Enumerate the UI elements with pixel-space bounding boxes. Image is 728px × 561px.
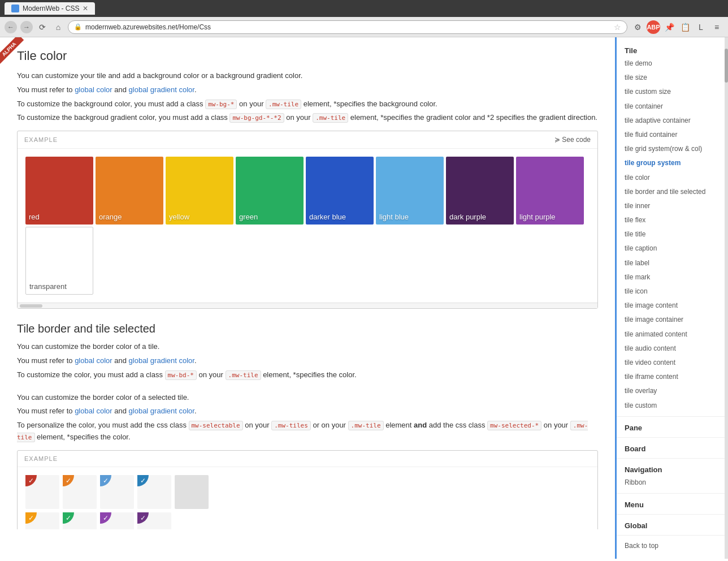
sidebar-scrollbar[interactable] [725, 37, 728, 559]
sidebar-section-board: Board [617, 441, 728, 455]
sidebar-item-tile-overlay[interactable]: tile overlay [617, 384, 728, 398]
sidebar-item-tile-demo[interactable]: tile demo [617, 57, 728, 71]
sidebar-item-tile-image-container[interactable]: tile image container [617, 313, 728, 327]
url-input[interactable] [85, 23, 610, 31]
sidebar-item-tile-color[interactable]: tile color [617, 171, 728, 185]
sidebar-item-tile-adaptive[interactable]: tile adaptive container [617, 114, 728, 128]
global-gradient-link-2[interactable]: global gradient color [129, 356, 194, 365]
sidebar-item-tile-caption[interactable]: tile caption [617, 241, 728, 256]
sidebar-item-tile-audio[interactable]: tile audio content [617, 342, 728, 356]
small-tile-gray [175, 475, 209, 509]
code-mw-tile-1: .mw-tile [266, 100, 301, 109]
browser-frame: ModernWeb - CSS ✕ ← → ⟳ ⌂ 🔒 ☆ ⚙ ABP 📌 📋 … [0, 0, 728, 561]
description-2: You must refer to global color and globa… [17, 84, 598, 96]
sidebar-item-tile-flex[interactable]: tile flex [617, 213, 728, 227]
example-content-2: ✓ ✓ ✓ ✓ [18, 467, 597, 529]
code-mw-tile-4: .mw-tile [348, 421, 384, 430]
sidebar-item-tile-mark[interactable]: tile mark [617, 270, 728, 284]
sidebar-item-tile-icon[interactable]: tile icon [617, 284, 728, 299]
sidebar-item-tile-video[interactable]: tile video content [617, 356, 728, 370]
selected-tiles-row1: ✓ ✓ ✓ ✓ [25, 475, 590, 509]
small-tile-yellow-selected: ✓ [25, 512, 59, 529]
browser-titlebar: ModernWeb - CSS ✕ [0, 0, 728, 17]
sidebar-scrollbar-thumb [725, 49, 728, 83]
code-mw-bd: mw-bd-* [165, 370, 197, 380]
sidebar-item-tile-size[interactable]: tile size [617, 71, 728, 85]
example-box-2: EXAMPLE ✓ ✓ [17, 450, 598, 529]
sidebar-section-pane: Pane [617, 420, 728, 434]
pin-button[interactable]: 📌 [662, 20, 676, 34]
section2-desc6: To personalize the color, you must add t… [17, 420, 598, 443]
code-mw-tile-3: .mw-tile [226, 370, 261, 380]
sidebar-item-tile-animated[interactable]: tile animated content [617, 327, 728, 342]
scrollbar-1[interactable] [18, 303, 597, 308]
sidebar-item-tile-iframe[interactable]: tile iframe content [617, 370, 728, 384]
tile-darker-blue: darker blue [306, 157, 374, 225]
sidebar-item-tile-grid[interactable]: tile grid system(row & col) [617, 142, 728, 156]
sidebar-item-back-to-top[interactable]: Back to top [617, 539, 728, 553]
note-button[interactable]: 📋 [678, 20, 692, 34]
description-4: To customize the backgroud gradient colo… [17, 112, 598, 124]
small-tile-darkpurple-selected: ✓ [137, 512, 171, 529]
refresh-button[interactable]: ⟳ [36, 21, 49, 33]
code-mw-selectable: mw-selectable [189, 421, 243, 430]
example-header-1: EXAMPLE ≽ See code [18, 131, 597, 149]
small-tile-purple-selected: ✓ [100, 512, 134, 529]
global-color-link-2[interactable]: global color [75, 356, 112, 365]
bookmark-icon[interactable]: ☆ [614, 23, 621, 32]
sidebar-item-tile-group[interactable]: tile group system [617, 156, 728, 170]
global-color-link-3[interactable]: global color [75, 407, 112, 415]
global-gradient-link-3[interactable]: global gradient color [129, 407, 194, 415]
menu-button[interactable]: ≡ [710, 20, 723, 34]
global-gradient-link-1[interactable]: global gradient color [129, 85, 194, 94]
sidebar-item-tile-container[interactable]: tile container [617, 100, 728, 114]
sidebar-item-tile-label[interactable]: tile label [617, 256, 728, 270]
browser-tab[interactable]: ModernWeb - CSS ✕ [5, 2, 95, 15]
example-label-2: EXAMPLE [24, 455, 58, 462]
sidebar-item-tile-border[interactable]: tile border and tile selected [617, 185, 728, 199]
description-3: To customize the background color, you m… [17, 98, 598, 110]
global-color-link-1[interactable]: global color [75, 85, 112, 94]
extension-button[interactable]: ABP [647, 20, 660, 34]
sidebar-section-menu: Menu [617, 497, 728, 511]
sidebar-divider-5 [617, 514, 728, 515]
forward-button[interactable]: → [20, 21, 33, 33]
back-button[interactable]: ← [5, 21, 17, 33]
sidebar-item-tile-title[interactable]: tile title [617, 227, 728, 241]
sidebar-item-tile-custom-size[interactable]: tile custom size [617, 85, 728, 99]
see-code-button-1[interactable]: ≽ See code [554, 136, 591, 144]
browser-toolbar: ← → ⟳ ⌂ 🔒 ☆ ⚙ ABP 📌 📋 L ≡ [0, 17, 728, 37]
settings-button[interactable]: ⚙ [631, 20, 644, 34]
sidebar-divider-6 [617, 535, 728, 536]
sidebar-item-tile-image-content[interactable]: tile image content [617, 299, 728, 313]
tile-light-purple: light purple [516, 157, 584, 225]
small-tile-green-selected: ✓ [63, 512, 97, 529]
sidebar: Tile tile demo tile size tile custom siz… [615, 37, 728, 559]
page-title: Tile color [17, 49, 598, 63]
tab-close-icon[interactable]: ✕ [83, 5, 88, 12]
section2-desc1: You can customize the border color of a … [17, 341, 598, 353]
home-button[interactable]: ⌂ [52, 21, 64, 33]
tile-transparent: transparent [25, 227, 93, 295]
sidebar-item-tile-fluid[interactable]: tile fluid container [617, 128, 728, 142]
tile-yellow: yellow [166, 157, 233, 225]
example-box-1: EXAMPLE ≽ See code red orange [17, 131, 598, 309]
sidebar-item-ribbon[interactable]: Ribbon [617, 476, 728, 490]
small-tile-orange-selected: ✓ [63, 475, 97, 509]
description-1: You can customize your tile and add a ba… [17, 70, 598, 82]
favicon-icon [11, 5, 19, 12]
sidebar-divider-3 [617, 458, 728, 459]
sidebar-section-tile: Tile [617, 43, 728, 57]
section2-desc2: You must refer to global color and globa… [17, 355, 598, 367]
example-content-1: red orange yellow [18, 149, 597, 303]
alpha-badge-container: ALPHA [0, 37, 34, 71]
sidebar-item-tile-custom[interactable]: tile custom [617, 399, 728, 413]
code-mw-tiles: .mw-tiles [271, 421, 311, 430]
toolbar-icons: ⚙ ABP 📌 📋 L ≡ [631, 20, 723, 34]
content-area: Tile color You can customize your tile a… [0, 37, 615, 529]
sidebar-item-tile-inner[interactable]: tile inner [617, 199, 728, 213]
reader-button[interactable]: L [694, 20, 708, 34]
code-mw-bg-gd: mw-bg-gd-*-*2 [229, 113, 284, 123]
address-bar[interactable]: 🔒 ☆ [68, 20, 627, 34]
section2-desc5: You must refer to global color and globa… [17, 405, 598, 417]
